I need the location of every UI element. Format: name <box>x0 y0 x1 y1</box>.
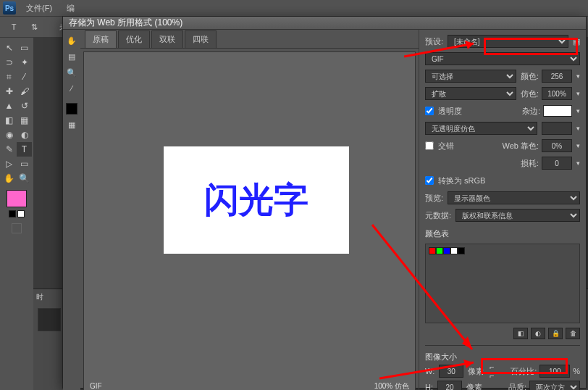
text-tool[interactable]: T <box>17 142 32 157</box>
matte-swatch[interactable] <box>543 105 572 117</box>
gradient-tool[interactable]: ▦ <box>17 113 32 128</box>
color-table-label: 颜色表 <box>425 228 580 239</box>
sample-color-swatch[interactable] <box>66 103 77 115</box>
zoom-tool[interactable]: 🔍 <box>17 171 32 186</box>
tab-4up[interactable]: 四联 <box>185 30 217 48</box>
ct-btn-4[interactable]: 🗑 <box>566 328 580 339</box>
tab-optimized[interactable]: 优化 <box>118 30 150 48</box>
quick-select-tool[interactable]: ✦ <box>17 55 32 70</box>
move-tool[interactable]: ↖ <box>1 41 17 55</box>
colors-label: 颜色: <box>521 71 539 82</box>
toolbox: ↖▭ ⊃✦ ⌗⁄ ✚🖌 ▲↺ ◧▦ ◉◐ ✎T ▷▭ ✋🔍 <box>0 38 33 390</box>
metadata-select[interactable]: 版权和联系信息 <box>455 209 580 222</box>
hand-tool[interactable]: ✋ <box>1 171 17 186</box>
app-menu-bar: Ps 文件(F) 编 <box>0 0 588 16</box>
preview-label: 预览: <box>425 193 443 204</box>
healing-tool[interactable]: ✚ <box>1 84 17 99</box>
trans-dither-amount[interactable] <box>542 122 572 135</box>
preset-label: 预设: <box>425 36 443 47</box>
ct-btn-2[interactable]: ◐ <box>531 328 545 339</box>
web-snap-label: Web 靠色: <box>502 141 539 152</box>
dodge-tool[interactable]: ◐ <box>17 128 32 142</box>
history-brush-tool[interactable]: ↺ <box>17 99 32 113</box>
settings-panel: 预设: [未命名] ▤ GIF 可选择 颜色:▾ 扩散 仿色:▾ 透明度 杂边:… <box>419 30 586 390</box>
preview-select[interactable]: 显示器颜色 <box>448 191 580 204</box>
pen-tool[interactable]: ✎ <box>1 142 17 157</box>
srgb-checkbox[interactable] <box>425 176 434 185</box>
colors-input[interactable] <box>542 70 572 83</box>
transparency-checkbox[interactable] <box>425 107 434 115</box>
h-label: H: <box>425 383 433 390</box>
slice-icon[interactable]: ▤ <box>64 49 80 65</box>
preview-canvas-area[interactable]: 闪光字 GIF 2.971K 1 秒 @ 56.6 Kbps 100% 仿色 "… <box>83 51 416 390</box>
eyedropper-tool[interactable]: ⁄ <box>17 70 32 84</box>
color-table[interactable] <box>425 244 580 323</box>
percent-label: 百分比: <box>511 366 537 377</box>
menu-file[interactable]: 文件(F) <box>22 1 56 15</box>
marquee-tool[interactable]: ▭ <box>17 41 32 55</box>
screen-mode-icon[interactable] <box>12 223 22 233</box>
quality-label: 品质: <box>508 382 526 391</box>
frame-thumb[interactable] <box>38 308 61 331</box>
dither-input[interactable] <box>542 87 572 100</box>
orientation-icon[interactable]: ⇅ <box>26 19 42 35</box>
crop-tool[interactable]: ⌗ <box>1 70 17 84</box>
image-size-label: 图像大小 <box>425 352 580 362</box>
path-select-tool[interactable]: ▷ <box>1 157 17 171</box>
ct-btn-3[interactable]: 🔒 <box>548 328 563 339</box>
brush-tool[interactable]: 🖌 <box>17 84 32 99</box>
stamp-tool[interactable]: ▲ <box>1 99 17 113</box>
preview-toolbar: ✋ ▤ 🔍 ⁄ ▦ <box>63 30 80 390</box>
preview-info-left: GIF 2.971K 1 秒 @ 56.6 Kbps <box>90 381 147 390</box>
ct-btn-1[interactable]: ◧ <box>513 328 528 339</box>
hand-icon[interactable]: ✋ <box>64 33 80 49</box>
preview-canvas: 闪光字 <box>164 146 349 254</box>
lossy-label: 损耗: <box>521 158 539 169</box>
percent-input[interactable] <box>539 365 570 378</box>
flyout-menu-icon[interactable]: ▤ <box>573 37 580 46</box>
default-colors-icon[interactable] <box>9 210 16 217</box>
interlaced-checkbox[interactable] <box>425 141 434 150</box>
metadata-label: 元数据: <box>425 210 451 221</box>
web-snap-input[interactable] <box>542 139 572 152</box>
link-icon[interactable]: ⌐⌐ <box>490 362 494 380</box>
dither-algo-select[interactable]: 扩散 <box>425 87 516 100</box>
foreground-color-swatch[interactable] <box>7 190 27 207</box>
palette-select[interactable]: 可选择 <box>425 70 516 83</box>
quality-select[interactable]: 两次立方 <box>529 381 580 390</box>
text-tool-indicator: T <box>6 19 22 35</box>
matte-label: 杂边: <box>522 106 540 117</box>
height-input[interactable] <box>437 381 462 390</box>
lossy-input[interactable] <box>542 157 572 170</box>
slice-visibility-icon[interactable]: ▦ <box>64 117 80 133</box>
canvas-text: 闪光字 <box>204 177 308 223</box>
dither-label: 仿色: <box>521 88 539 99</box>
zoom-icon[interactable]: 🔍 <box>64 65 80 80</box>
format-select[interactable]: GIF <box>425 52 580 65</box>
px-label-w: 像素 <box>468 366 484 377</box>
w-label: W: <box>425 367 434 376</box>
px-label-h: 像素 <box>466 382 482 391</box>
width-input[interactable] <box>439 365 463 378</box>
eraser-tool[interactable]: ◧ <box>1 113 17 128</box>
trans-dither-select[interactable]: 无透明度仿色 <box>425 122 537 135</box>
interlaced-label: 交错 <box>438 141 454 152</box>
dialog-title: 存储为 Web 所用格式 (100%) <box>63 17 586 30</box>
lasso-tool[interactable]: ⊃ <box>1 55 17 70</box>
save-for-web-dialog: 存储为 Web 所用格式 (100%) ✋ ▤ 🔍 ⁄ ▦ 原稿 优化 双联 <box>62 16 587 389</box>
shape-tool[interactable]: ▭ <box>17 157 32 171</box>
tab-original[interactable]: 原稿 <box>85 30 117 48</box>
eyedropper-icon[interactable]: ⁄ <box>64 80 80 96</box>
ps-logo: Ps <box>3 1 16 14</box>
preview-tabs: 原稿 优化 双联 四联 <box>80 30 419 49</box>
preview-info-right: 100% 仿色 "可选择" 调板 5 颜色 <box>366 381 409 390</box>
tab-2up[interactable]: 双联 <box>151 30 183 48</box>
preset-select[interactable]: [未命名] <box>448 35 568 48</box>
swap-colors-icon[interactable] <box>17 210 25 217</box>
srgb-label: 转换为 sRGB <box>438 175 485 186</box>
transparency-label: 透明度 <box>438 106 462 117</box>
menu-edit[interactable]: 编 <box>62 1 79 15</box>
blur-tool[interactable]: ◉ <box>1 128 17 142</box>
